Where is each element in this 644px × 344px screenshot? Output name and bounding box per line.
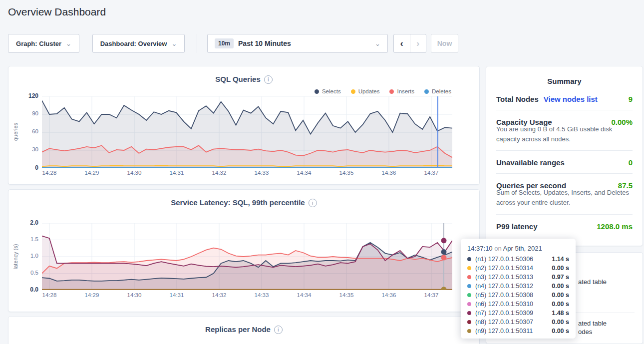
chevron-down-icon: ⌄ xyxy=(171,40,177,47)
y-tick-label: 90 xyxy=(10,110,38,116)
x-tick-label: 14:31 xyxy=(162,292,192,298)
summary-row-total-nodes: Total Nodes View nodes list 9 xyxy=(496,87,633,110)
x-tick-label: 14:30 xyxy=(119,292,149,298)
summary-row-unavailable-ranges: Unavailable ranges 0 xyxy=(496,151,633,174)
info-icon[interactable]: i xyxy=(309,199,317,207)
view-nodes-list-link[interactable]: View nodes list xyxy=(544,95,598,103)
node-color-dot xyxy=(467,293,471,297)
y-tick-label: 120 xyxy=(10,92,38,99)
summary-value: 1208.0 ms xyxy=(597,222,633,231)
chevron-down-icon: ⌄ xyxy=(66,40,71,47)
legend-item[interactable]: Selects xyxy=(315,88,341,94)
summary-value: 0 xyxy=(629,158,633,167)
summary-label: Unavailable ranges xyxy=(496,158,565,167)
node-color-dot xyxy=(467,311,471,315)
tooltip-row: (n8) 127.0.0.1:503070.00 s xyxy=(467,318,569,327)
summary-panel: Summary Total Nodes View nodes list 9 Ca… xyxy=(486,66,643,246)
x-tick-label: 14:34 xyxy=(289,170,319,176)
x-tick-label: 14:36 xyxy=(374,292,404,298)
x-axis-ticks: 14:28 14:29 14:30 14:31 14:32 14:33 14:3… xyxy=(42,170,452,177)
summary-label: P99 latency xyxy=(496,222,538,231)
chart-title: Replicas per Nodei xyxy=(8,325,479,334)
tooltip-row: (n5) 127.0.0.1:503080.00 s xyxy=(467,291,569,300)
service-latency-chart-card: Service Latency: SQL, 99th percentilei l… xyxy=(8,189,480,312)
x-tick-label: 14:29 xyxy=(77,292,107,298)
legend-dot xyxy=(351,89,355,94)
y-tick-label: 0.5 xyxy=(10,270,38,276)
next-range-button[interactable]: › xyxy=(410,34,426,52)
chart-title: Service Latency: SQL, 99th percentilei xyxy=(8,198,479,207)
y-tick-label: 1.5 xyxy=(10,236,38,242)
x-tick-label: 14:32 xyxy=(204,292,234,298)
tooltip-row: (n9) 127.0.0.1:503110.00 s xyxy=(467,327,569,336)
time-range-arrows: ‹ › xyxy=(393,34,426,53)
y-axis-ticks: 120 90 60 30 0 xyxy=(10,96,38,168)
y-tick-label: 60 xyxy=(10,128,38,134)
tooltip-row: (n4) 127.0.0.1:503120.00 s xyxy=(467,282,569,291)
divider xyxy=(197,34,197,53)
summary-value: 0.00% xyxy=(611,118,633,126)
time-range-label: Past 10 Minutes xyxy=(238,39,291,47)
node-color-dot xyxy=(467,302,471,306)
info-icon[interactable]: i xyxy=(264,75,273,84)
tooltip-row: (n3) 127.0.0.1:503130.97 s xyxy=(467,273,569,282)
x-tick-label: 14:34 xyxy=(289,292,319,298)
sql-queries-plot[interactable] xyxy=(42,96,452,168)
graph-dropdown[interactable]: Graph: Cluster ⌄ xyxy=(8,34,79,53)
graph-dropdown-label: Graph: Cluster xyxy=(16,40,61,47)
x-tick-label: 14:31 xyxy=(162,170,192,176)
summary-row-p99-latency: P99 latency 1208.0 ms xyxy=(496,215,633,237)
time-range-badge: 10m xyxy=(215,38,234,48)
node-color-dot xyxy=(467,284,471,288)
chart-legend: Selects Updates Inserts Deletes xyxy=(315,88,451,94)
chart-hover-tooltip: 14:37:10 on Apr 5th, 2021 (n1) 127.0.0.1… xyxy=(461,239,576,339)
dashboard-dropdown-label: Dashboard: Overview xyxy=(100,40,167,47)
info-icon[interactable]: i xyxy=(274,326,283,334)
chart-title-text: Replicas per Node xyxy=(205,325,271,334)
x-tick-label: 14:35 xyxy=(331,170,361,176)
chart-title: SQL Queriesi xyxy=(8,75,479,84)
time-range-selector[interactable]: 10m Past 10 Minutes ⌄ xyxy=(207,34,388,53)
x-tick-label: 14:29 xyxy=(77,170,107,176)
summary-value: 9 xyxy=(629,95,633,103)
prev-range-button[interactable]: ‹ xyxy=(394,34,410,52)
service-latency-plot[interactable] xyxy=(42,223,452,290)
node-color-dot xyxy=(467,257,471,261)
tooltip-row: (n2) 127.0.0.1:503140.00 s xyxy=(467,264,569,273)
x-tick-label: 14:33 xyxy=(247,170,277,176)
chart-title-text: Service Latency: SQL, 99th percentile xyxy=(171,198,305,207)
y-axis-ticks: 2.0 1.5 1.0 0.5 0.0 xyxy=(10,223,38,290)
now-button[interactable]: Now xyxy=(431,34,458,53)
summary-description: You are using 0 B of 4.5 GiB usable disk… xyxy=(496,124,633,144)
tooltip-timestamp: 14:37:10 on Apr 5th, 2021 xyxy=(467,245,569,252)
summary-row-qps: Queries per second 87.5 Sum of Selects, … xyxy=(496,174,633,214)
legend-item[interactable]: Updates xyxy=(351,88,380,94)
node-color-dot xyxy=(467,266,471,270)
legend-item[interactable]: Deletes xyxy=(424,88,451,94)
summary-description: Sum of Selects, Updates, Inserts, and De… xyxy=(496,188,633,208)
chevron-down-icon: ⌄ xyxy=(375,40,380,47)
event-text-fragment: odes xyxy=(578,328,592,336)
event-text-fragment: ated table xyxy=(578,320,607,327)
x-tick-label: 14:35 xyxy=(331,292,361,298)
chart-title-text: SQL Queries xyxy=(215,75,261,83)
tooltip-row: (n1) 127.0.0.1:503061.14 s xyxy=(467,255,569,264)
replicas-per-node-chart-card: Replicas per Nodei xyxy=(8,316,480,344)
x-tick-label: 14:36 xyxy=(374,170,404,176)
dashboard-dropdown[interactable]: Dashboard: Overview ⌄ xyxy=(92,34,185,53)
x-tick-label: 14:37 xyxy=(416,292,446,298)
x-tick-label: 14:30 xyxy=(119,170,149,176)
legend-dot xyxy=(424,89,429,94)
x-tick-label: 14:32 xyxy=(204,170,234,176)
x-tick-label: 14:28 xyxy=(34,170,64,176)
legend-item[interactable]: Inserts xyxy=(389,88,414,94)
x-tick-label: 14:37 xyxy=(416,170,446,176)
page-title: Overview Dashboard xyxy=(8,6,106,18)
x-tick-label: 14:28 xyxy=(34,292,64,298)
y-tick-label: 1.0 xyxy=(10,253,38,259)
x-axis-ticks: 14:28 14:29 14:30 14:31 14:32 14:33 14:3… xyxy=(42,292,452,299)
y-tick-label: 30 xyxy=(10,146,38,152)
x-tick-label: 14:33 xyxy=(247,292,277,298)
summary-heading: Summary xyxy=(496,77,633,85)
summary-label: Total Nodes xyxy=(496,95,539,103)
